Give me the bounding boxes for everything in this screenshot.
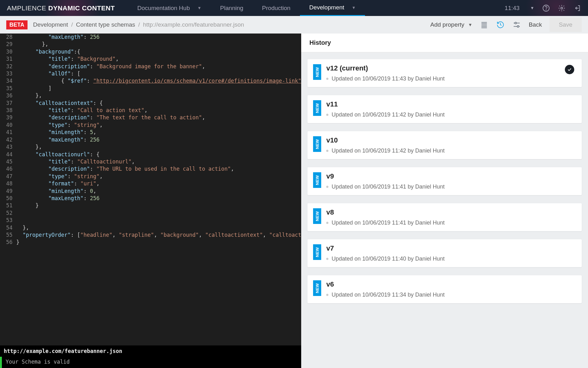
brand-logo: AMPLIENCE DYNAMIC CONTENT [0, 4, 122, 12]
nav-label: Planning [220, 5, 243, 12]
chevron-down-icon: ▼ [468, 22, 473, 27]
history-meta: Updated on 10/06/2019 11:34 by Daniel Hu… [326, 292, 576, 298]
save-button[interactable]: Save [550, 18, 582, 32]
history-version: v7 [326, 244, 576, 252]
nav-production[interactable]: Production [253, 0, 300, 16]
new-badge: NEW [313, 280, 321, 296]
status-message: Your Schema is valid [0, 357, 301, 368]
new-badge: NEW [313, 136, 321, 152]
history-card[interactable]: NEW v11 Updated on 10/06/2019 11:42 by D… [307, 95, 582, 123]
history-card[interactable]: NEW v12 (current) Updated on 10/06/2019 … [307, 59, 582, 87]
code-editor[interactable]: 2829303132333435363738394041424344454647… [0, 34, 301, 345]
history-updated: Updated on 10/06/2019 11:42 by Daniel Hu… [332, 148, 444, 154]
history-meta: Updated on 10/06/2019 11:43 by Daniel Hu… [326, 75, 576, 82]
subbar-actions: Add property ▼ Back Save [430, 18, 582, 32]
crumb-separator: / [138, 21, 140, 28]
history-updated: Updated on 10/06/2019 11:41 by Daniel Hu… [332, 220, 444, 226]
history-header: History [301, 34, 588, 52]
add-property-button[interactable]: Add property ▼ [430, 21, 473, 28]
new-badge: NEW [313, 100, 321, 116]
history-version: v10 [326, 136, 576, 144]
new-badge: NEW [313, 208, 321, 224]
svg-point-1 [546, 10, 546, 10]
new-badge: NEW [313, 172, 321, 188]
svg-point-9 [515, 22, 516, 24]
svg-point-2 [561, 7, 563, 9]
nav-label: Development [309, 4, 344, 11]
history-list: NEW v12 (current) Updated on 10/06/2019 … [301, 52, 588, 368]
crumb-separator: / [71, 21, 73, 28]
svg-point-11 [517, 26, 519, 27]
history-meta: Updated on 10/06/2019 11:40 by Daniel Hu… [326, 256, 576, 262]
history-card[interactable]: NEW v8 Updated on 10/06/2019 11:41 by Da… [307, 203, 582, 231]
meta-dot-icon [326, 78, 328, 80]
crumb-schemas[interactable]: Content type schemas [76, 21, 135, 28]
history-card[interactable]: NEW v7 Updated on 10/06/2019 11:40 by Da… [307, 239, 582, 267]
logout-icon[interactable] [574, 4, 581, 12]
history-meta: Updated on 10/06/2019 11:41 by Daniel Hu… [326, 220, 576, 226]
help-icon[interactable] [542, 4, 550, 12]
history-card[interactable]: NEW v9 Updated on 10/06/2019 11:41 by Da… [307, 167, 582, 195]
nav-documentation-hub[interactable]: Documentation Hub ▼ [128, 0, 211, 16]
meta-dot-icon [326, 186, 328, 188]
meta-dot-icon [326, 294, 328, 296]
main-split: 2829303132333435363738394041424344454647… [0, 34, 588, 368]
app-header: AMPLIENCE DYNAMIC CONTENT Documentation … [0, 0, 588, 16]
history-updated: Updated on 10/06/2019 11:43 by Daniel Hu… [332, 75, 444, 82]
new-badge: NEW [313, 244, 321, 260]
history-updated: Updated on 10/06/2019 11:41 by Daniel Hu… [332, 184, 444, 190]
history-meta: Updated on 10/06/2019 11:41 by Daniel Hu… [326, 184, 576, 190]
nav-planning[interactable]: Planning [211, 0, 253, 16]
new-badge: NEW [313, 64, 321, 80]
brand-light: AMPLIENCE [7, 4, 46, 12]
current-check-icon [565, 65, 574, 74]
nav-label: Documentation Hub [137, 5, 190, 12]
header-nav: Documentation Hub ▼ Planning Production … [128, 0, 365, 16]
history-panel: History NEW v12 (current) Updated on 10/… [301, 34, 588, 368]
rows-icon[interactable] [480, 20, 489, 29]
crumb-current: http://example.com/featurebanner.json [143, 21, 244, 28]
history-version: v6 [326, 280, 576, 288]
status-path: http://example.com/featurebanner.json [0, 345, 301, 357]
chevron-down-icon[interactable]: ▼ [530, 6, 534, 10]
history-updated: Updated on 10/06/2019 11:42 by Daniel Hu… [332, 111, 444, 118]
brand-bold: DYNAMIC CONTENT [48, 4, 115, 12]
chevron-down-icon: ▼ [197, 6, 201, 10]
history-card[interactable]: NEW v6 Updated on 10/06/2019 11:34 by Da… [307, 275, 582, 303]
settings-icon[interactable] [558, 4, 565, 12]
history-version: v11 [326, 100, 576, 108]
meta-dot-icon [326, 222, 328, 224]
clock-time: 11:43 [505, 5, 520, 12]
meta-dot-icon [326, 114, 328, 116]
history-meta: Updated on 10/06/2019 11:42 by Daniel Hu… [326, 148, 576, 154]
history-card[interactable]: NEW v10 Updated on 10/06/2019 11:42 by D… [307, 131, 582, 159]
history-meta: Updated on 10/06/2019 11:42 by Daniel Hu… [326, 111, 576, 118]
add-property-label: Add property [430, 21, 464, 28]
line-gutter: 2829303132333435363738394041424344454647… [0, 34, 16, 345]
status-bar: http://example.com/featurebanner.json Yo… [0, 345, 301, 368]
chevron-down-icon: ▼ [352, 5, 356, 10]
history-icon[interactable] [496, 20, 505, 29]
editor-pane: 2829303132333435363738394041424344454647… [0, 34, 301, 368]
nav-development[interactable]: Development ▼ [300, 0, 365, 16]
history-version: v12 (current) [326, 64, 576, 72]
meta-dot-icon [326, 258, 328, 260]
crumb-development[interactable]: Development [33, 21, 68, 28]
sliders-icon[interactable] [512, 20, 521, 29]
nav-label: Production [262, 5, 291, 12]
history-updated: Updated on 10/06/2019 11:34 by Daniel Hu… [332, 292, 444, 298]
history-updated: Updated on 10/06/2019 11:40 by Daniel Hu… [332, 256, 444, 262]
meta-dot-icon [326, 150, 328, 152]
beta-badge: BETA [6, 20, 28, 29]
breadcrumb-toolbar: BETA Development / Content type schemas … [0, 16, 588, 34]
code-content[interactable]: "maxLength": 256 }, "background":{ "titl… [16, 34, 301, 345]
header-right: 11:43 ▼ [505, 4, 588, 12]
history-version: v8 [326, 208, 576, 216]
history-version: v9 [326, 172, 576, 180]
back-button[interactable]: Back [529, 21, 542, 28]
